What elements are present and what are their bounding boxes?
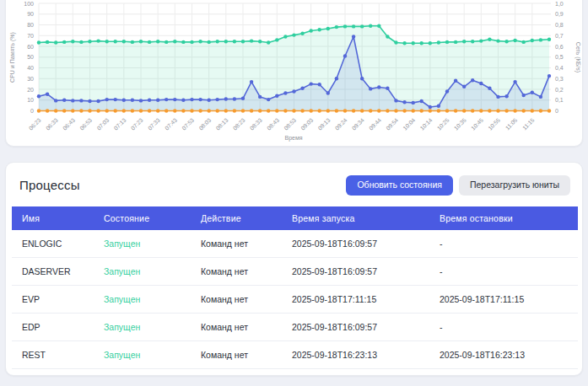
left-axis-tick: 0 <box>30 108 34 114</box>
table-row: EDPЗапущенКоманд нет2025-09-18T16:09:57- <box>12 314 578 341</box>
cpu-percent-point <box>471 78 474 82</box>
cpu-percent-point <box>198 98 202 101</box>
x-axis-tick: 10:14 <box>419 117 434 131</box>
x-axis-tick: 07:53 <box>181 117 195 131</box>
memory-percent-point <box>114 40 117 43</box>
right-axis-tick: 0,5 <box>555 54 564 60</box>
network-kbs-point <box>479 109 483 112</box>
cpu-percent-point <box>224 97 228 100</box>
memory-percent-point <box>139 40 143 43</box>
memory-percent-point <box>548 38 551 41</box>
network-kbs-point <box>412 109 415 112</box>
network-kbs-point <box>148 109 151 112</box>
network-kbs-point <box>233 109 236 112</box>
memory-percent-point <box>513 39 516 42</box>
cpu-percent-point <box>335 77 338 80</box>
network-kbs-point <box>37 109 40 112</box>
network-kbs-point <box>437 109 440 112</box>
action-cell: Команд нет <box>191 314 282 341</box>
right-axis-tick: 1,0 <box>555 1 564 7</box>
network-kbs-point <box>208 109 211 112</box>
left-axis-tick: 60 <box>27 44 34 50</box>
cpu-percent-point <box>216 98 219 101</box>
section-title: Процессы <box>19 178 80 192</box>
cpu-percent-point <box>479 82 483 85</box>
network-kbs-point <box>122 109 126 112</box>
network-kbs-point <box>335 109 338 112</box>
network-kbs-point <box>216 109 219 112</box>
cpu-percent-point <box>300 87 304 90</box>
memory-percent-point <box>445 40 449 44</box>
cpu-percent-point <box>37 94 40 98</box>
x-axis-tick: 09:44 <box>368 117 382 131</box>
cpu-percent-point <box>488 87 491 90</box>
right-axis-title: Сеть (КБ/s) <box>575 42 581 72</box>
cpu-percent-point <box>54 99 57 102</box>
memory-percent-point <box>198 40 202 43</box>
right-axis-tick: 0,9 <box>555 11 564 17</box>
network-kbs-point <box>496 109 499 112</box>
status-cell: Запущен <box>94 230 191 258</box>
memory-percent-point <box>471 40 474 43</box>
cpu-percent-point <box>548 74 551 78</box>
stop-time-cell: 2025-09-18T17:11:15 <box>429 286 578 314</box>
cpu-percent-point <box>360 77 364 80</box>
cpu-percent-point <box>79 99 83 102</box>
network-kbs-point <box>88 109 91 112</box>
memory-percent-point <box>267 40 270 44</box>
processes-actions: Обновить состояния Перезагрузить юниты <box>346 175 570 196</box>
processes-table: ИмяСостояниеДействиеВремя запускаВремя о… <box>12 206 578 370</box>
network-kbs-point <box>275 109 278 112</box>
cpu-percent-point <box>71 99 74 102</box>
cpu-percent-point <box>513 80 516 83</box>
x-axis-tick: 07:23 <box>130 117 144 131</box>
x-axis-tick: 08:53 <box>283 117 297 131</box>
x-axis-tick: 08:03 <box>197 117 212 131</box>
memory-percent-point <box>96 39 100 42</box>
memory-percent-point <box>241 40 245 43</box>
x-axis-tick: 06:43 <box>62 117 76 131</box>
network-kbs-point <box>548 109 551 112</box>
memory-percent-point <box>62 40 66 44</box>
cpu-percent-point <box>462 85 466 88</box>
cpu-percent-point <box>352 35 355 38</box>
left-axis-title: CPU и Память (%) <box>9 32 16 83</box>
network-kbs-point <box>445 109 449 112</box>
network-kbs-point <box>513 109 516 112</box>
cpu-percent-point <box>165 98 168 101</box>
refresh-states-button[interactable]: Обновить состояния <box>346 175 452 196</box>
x-axis-tick: 10:35 <box>453 117 467 131</box>
memory-percent-point <box>310 29 313 32</box>
action-cell: Команд нет <box>191 258 282 286</box>
cpu-percent-point <box>412 101 415 105</box>
right-axis-tick: 0,1 <box>555 97 564 103</box>
action-cell: Команд нет <box>191 286 282 314</box>
memory-percent-point <box>54 40 57 44</box>
memory-percent-point <box>216 40 219 43</box>
stop-time-cell: - <box>429 314 578 341</box>
cpu-percent-point <box>386 87 389 90</box>
memory-percent-point <box>122 40 126 43</box>
status-cell: Запущен <box>94 314 191 341</box>
network-kbs-point <box>190 109 193 112</box>
network-kbs-point <box>531 109 534 112</box>
network-kbs-point <box>343 109 347 112</box>
cpu-percent-point <box>258 95 262 99</box>
metrics-chart: 010203040506070809010000,10,20,30,40,50,… <box>6 0 584 147</box>
start-time-cell: 2025-09-18T16:23:13 <box>282 341 429 369</box>
network-kbs-point <box>504 109 508 112</box>
status-cell: Запущен <box>94 258 191 286</box>
network-kbs-point <box>283 109 287 112</box>
cpu-percent-point <box>343 54 347 57</box>
x-axis-tick: 06:53 <box>78 117 93 131</box>
memory-percent-point <box>335 25 338 29</box>
cpu-percent-point <box>139 99 143 102</box>
cpu-percent-point <box>539 95 542 99</box>
right-axis-tick: 0,7 <box>555 33 564 39</box>
memory-percent-point <box>488 38 491 41</box>
x-axis-tick: 10:04 <box>402 117 416 131</box>
network-kbs-point <box>402 109 406 112</box>
start-time-cell: 2025-09-18T16:09:57 <box>282 258 429 286</box>
cpu-percent-point <box>310 82 313 85</box>
reload-units-button[interactable]: Перезагрузить юниты <box>459 175 570 196</box>
